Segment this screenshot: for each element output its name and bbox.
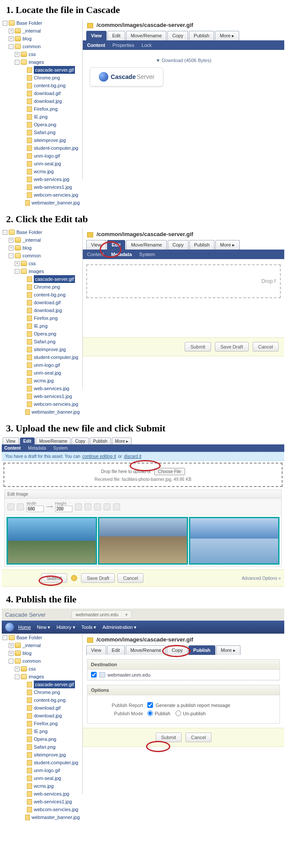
expand-icon[interactable]: - (3, 230, 7, 235)
tree-folder[interactable]: -common (3, 657, 80, 665)
tab-more[interactable]: More ▸ (216, 645, 240, 655)
submit-button[interactable]: Submit (156, 733, 182, 742)
expand-icon[interactable]: - (9, 659, 13, 664)
rotate-left-icon[interactable] (75, 503, 82, 510)
destination-checkbox[interactable] (91, 672, 97, 677)
tree-file[interactable]: IE.png (3, 113, 80, 121)
discard-link[interactable]: discard it (124, 454, 141, 459)
tab-move[interactable]: Move/Rename (126, 31, 167, 40)
tree-folder[interactable]: -Base Folder (3, 228, 80, 236)
tree-file[interactable]: cascade-server.gif (3, 275, 80, 283)
expand-icon[interactable]: + (9, 246, 13, 250)
subtab-system[interactable]: System (139, 252, 155, 257)
tree-file[interactable]: student-computer.jpg (3, 144, 80, 152)
tree-file[interactable]: unm-seal.jpg (3, 160, 80, 168)
tab-edit[interactable]: Edit (20, 437, 35, 444)
tree-folder[interactable]: -common (3, 43, 80, 50)
tree-file[interactable]: Firefox.png (3, 105, 80, 113)
tree-file[interactable]: Opera.png (3, 330, 80, 338)
rotate-right-icon[interactable] (84, 503, 91, 510)
width-input[interactable] (26, 506, 44, 512)
tree-file[interactable]: Opera.png (3, 121, 80, 128)
tab-copy[interactable]: Copy (167, 31, 188, 40)
tab-edit[interactable]: Edit (107, 645, 125, 655)
subtab-lock[interactable]: Lock (142, 43, 152, 48)
tree-file[interactable]: content-bg.png (3, 82, 80, 89)
menu-home[interactable]: Home (18, 625, 31, 630)
tab-edit[interactable]: Edit (107, 240, 126, 250)
tree-file[interactable]: Chrome.png (3, 74, 80, 82)
expand-icon[interactable]: - (9, 44, 13, 49)
tree-folder[interactable]: -images (3, 267, 80, 275)
tree-file[interactable]: content-bg.png (3, 291, 80, 299)
cancel-button[interactable]: Cancel (253, 342, 279, 352)
menu-tools[interactable]: Tools ▾ (81, 625, 97, 630)
tree-file[interactable]: web-services1.jpg (3, 183, 80, 191)
publish-report-checkbox[interactable] (147, 702, 153, 708)
tree-file[interactable]: unm-logo.gif (3, 152, 80, 160)
subtab-metadata[interactable]: Metadata (28, 446, 46, 450)
expand-icon[interactable]: - (15, 60, 20, 65)
undo-icon[interactable] (7, 503, 14, 510)
tree-file[interactable]: web-services.jpg (3, 790, 80, 798)
tree-folder[interactable]: +blog (3, 244, 80, 252)
tree-file[interactable]: siteimprove.jpg (3, 345, 80, 353)
tree-file[interactable]: Chrome.png (3, 688, 80, 696)
tree-file[interactable]: web-services1.jpg (3, 798, 80, 806)
tree-folder[interactable]: -images (3, 58, 80, 66)
tab-copy[interactable]: Copy (72, 437, 88, 444)
menu-history[interactable]: History ▾ (56, 625, 75, 630)
expand-icon[interactable]: + (9, 238, 13, 243)
tree-file[interactable]: student-computer.jpg (3, 759, 80, 766)
tree-file[interactable]: web-services.jpg (3, 385, 80, 392)
expand-icon[interactable]: + (15, 52, 20, 57)
unpublish-radio[interactable] (176, 710, 181, 716)
tree-file[interactable]: webmaster_banner.jpg (3, 813, 80, 821)
expand-icon[interactable]: + (15, 261, 20, 266)
tree-folder[interactable]: -images (3, 673, 80, 681)
tree-folder[interactable]: +_internal (3, 641, 80, 649)
tab-move[interactable]: Move/Rename (126, 240, 167, 250)
tree-folder[interactable]: -Base Folder (3, 19, 80, 27)
subtab-content[interactable]: Content (87, 252, 104, 257)
tree-file[interactable]: wcms.jpg (3, 168, 80, 175)
tree-file[interactable]: web-services1.jpg (3, 392, 80, 400)
expand-icon[interactable]: - (15, 269, 20, 274)
expand-icon[interactable]: - (3, 21, 7, 26)
tab-publish[interactable]: Publish (189, 240, 214, 250)
save-draft-button[interactable]: Save Draft (81, 573, 115, 583)
tab-view[interactable]: View (86, 31, 107, 40)
tree-file[interactable]: unm-seal.jpg (3, 774, 80, 782)
tree-file[interactable]: webcom-servcies.jpg (3, 191, 80, 199)
tree-folder[interactable]: +blog (3, 35, 80, 43)
tree-file[interactable]: Firefox.png (3, 314, 80, 322)
crop-icon[interactable] (113, 503, 120, 510)
tab-publish[interactable]: Publish (90, 437, 111, 444)
tree-file[interactable]: Firefox.png (3, 720, 80, 727)
tab-view[interactable]: View (3, 437, 19, 444)
expand-icon[interactable]: + (15, 667, 20, 671)
expand-icon[interactable]: + (9, 36, 13, 41)
tree-file[interactable]: content-bg.png (3, 696, 80, 704)
tree-file[interactable]: webcom-servcies.jpg (3, 400, 80, 408)
menu-admin[interactable]: Administration ▾ (102, 625, 136, 630)
tab-publish[interactable]: Publish (189, 31, 214, 40)
tree-file[interactable]: download.gif (3, 704, 80, 712)
tree-file[interactable]: webmaster_banner.jpg (3, 199, 80, 207)
tree-file[interactable]: webmaster_banner.jpg (3, 408, 80, 416)
tab-more[interactable]: More ▸ (112, 437, 132, 444)
submit-button[interactable]: Submit (41, 573, 67, 583)
tab-copy[interactable]: Copy (168, 240, 188, 250)
tab-view[interactable]: View (86, 645, 106, 655)
subtab-properties[interactable]: Properties (113, 43, 134, 48)
tab-view[interactable]: View (86, 240, 106, 250)
expand-icon[interactable]: - (9, 253, 13, 258)
expand-icon[interactable]: + (9, 29, 13, 33)
tree-file[interactable]: wcms.jpg (3, 377, 80, 385)
subtab-metadata[interactable]: Metadata (111, 252, 132, 257)
tab-move[interactable]: Move/Rename (36, 437, 71, 444)
submit-button[interactable]: Submit (185, 342, 211, 352)
continue-edit-link[interactable]: continue editing it (82, 454, 116, 459)
tab-more[interactable]: More ▸ (215, 240, 240, 250)
tree-file[interactable]: siteimprove.jpg (3, 751, 80, 759)
